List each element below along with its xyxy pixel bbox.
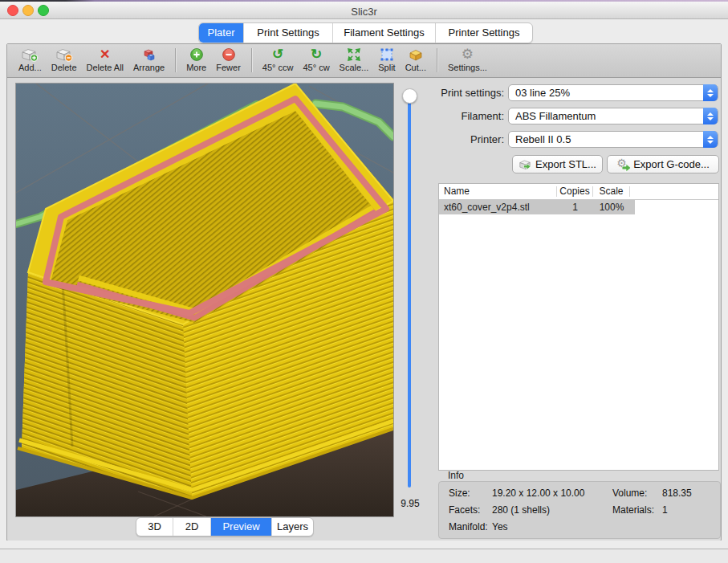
gear-icon: ⚙ [462, 47, 474, 63]
layer-slider-thumb[interactable] [402, 88, 417, 104]
printer-select[interactable]: Rebell II 0.5 [508, 131, 718, 148]
delete-button[interactable]: Delete [47, 44, 82, 72]
cell-scale: 100% [593, 202, 630, 213]
rotate-cw-button[interactable]: ↻ 45° cw [298, 44, 334, 72]
3d-viewport[interactable] [15, 83, 394, 517]
column-header-scale[interactable]: Scale [593, 186, 630, 197]
volume-value: 818.35 [662, 488, 692, 499]
window-title: Slic3r [0, 6, 728, 18]
tab-layers[interactable]: Layers [272, 518, 313, 536]
stepper-icon [703, 108, 718, 124]
export-gcode-label: Export G-code... [633, 158, 710, 170]
tab-printer-settings[interactable]: Printer Settings [436, 23, 532, 43]
rotate-ccw-button[interactable]: ↺ 45° ccw [258, 44, 299, 72]
printer-label: Printer: [438, 133, 504, 145]
package-remove-icon [55, 47, 73, 63]
toolbar-separator [251, 48, 252, 72]
delete-all-label: Delete All [87, 63, 124, 72]
titlebar: Slic3r [0, 2, 728, 19]
split-selection-icon [380, 47, 394, 63]
printer-value: Rebell II 0.5 [515, 133, 571, 145]
size-value: 19.20 x 12.00 x 10.00 [492, 488, 584, 499]
info-group: Size: 19.20 x 12.00 x 10.00 Volume: 818.… [438, 481, 721, 539]
tab-2d[interactable]: 2D [173, 518, 211, 536]
arrange-button[interactable]: Arrange [128, 44, 169, 72]
delete-label: Delete [51, 63, 77, 72]
cut-button[interactable]: Cut... [401, 44, 431, 72]
minus-circle-icon [222, 47, 236, 63]
facets-label: Facets: [449, 504, 480, 516]
manifold-label: Manifold: [449, 521, 488, 532]
toolbar-separator [437, 48, 437, 72]
export-stl-button[interactable]: Export STL... [512, 155, 603, 173]
facets-value: 280 (1 shells) [492, 504, 550, 516]
cubes-icon [141, 47, 157, 63]
stepper-icon [703, 131, 718, 148]
column-header-name[interactable]: Name [439, 186, 557, 197]
settings-button[interactable]: ⚙ Settings... [443, 44, 492, 72]
add-button[interactable]: Add... [14, 44, 47, 72]
main-tab-bar: Plater Print Settings Filament Settings … [198, 22, 533, 43]
print-settings-select[interactable]: 03 line 25% [508, 84, 718, 101]
rotate-ccw-label: 45° ccw [262, 63, 294, 72]
scale-arrows-icon [347, 47, 361, 63]
manifold-value: Yes [492, 521, 508, 532]
add-label: Add... [18, 63, 42, 72]
filament-value: ABS Fillamentum [515, 110, 596, 122]
fewer-button[interactable]: Fewer [211, 44, 246, 72]
split-button[interactable]: Split [373, 44, 400, 72]
stepper-icon [703, 84, 718, 101]
print-settings-value: 03 line 25% [515, 87, 570, 99]
tab-filament-settings[interactable]: Filament Settings [333, 23, 436, 43]
cut-label: Cut... [405, 63, 426, 72]
layer-height-value: 9.95 [397, 498, 423, 509]
filament-select[interactable]: ABS Fillamentum [508, 108, 718, 124]
package-export-icon [519, 159, 531, 170]
rotate-ccw-icon: ↺ [272, 47, 283, 63]
cell-name: xt60_cover_v2p4.stl [439, 202, 557, 213]
plus-circle-icon [189, 47, 204, 63]
gear-export-icon: ⚙ [616, 158, 629, 171]
tab-print-settings[interactable]: Print Settings [244, 23, 333, 43]
rotate-cw-icon: ↻ [311, 47, 322, 63]
info-group-title: Info [448, 470, 464, 481]
object-table: Name Copies Scale xt60_cover_v2p4.stl 1 … [438, 183, 719, 471]
split-label: Split [378, 63, 395, 72]
volume-label: Volume: [612, 488, 647, 499]
settings-label: Settings... [448, 63, 487, 72]
scale-button[interactable]: Scale... [335, 44, 374, 72]
more-button[interactable]: More [181, 44, 211, 72]
delete-all-button[interactable]: ✕ Delete All [82, 44, 128, 72]
column-header-copies[interactable]: Copies [557, 186, 593, 197]
size-label: Size: [449, 488, 470, 499]
tab-plater[interactable]: Plater [199, 23, 244, 43]
export-stl-label: Export STL... [535, 158, 596, 170]
export-gcode-button[interactable]: ⚙ Export G-code... [607, 155, 719, 173]
toolbar-separator [175, 48, 176, 72]
filament-label: Filament: [438, 110, 504, 122]
3d-preview-canvas[interactable] [16, 84, 393, 516]
toolbar: Add... Delete ✕ Delete All [7, 44, 721, 78]
plater-panel: Add... Delete ✕ Delete All [6, 43, 722, 541]
tab-3d[interactable]: 3D [136, 518, 173, 536]
print-settings-label: Print settings: [438, 87, 504, 99]
view-mode-tabs: 3D 2D Preview Layers [136, 517, 314, 536]
cut-box-icon [408, 47, 424, 63]
more-label: More [186, 63, 206, 72]
arrange-label: Arrange [133, 63, 165, 72]
scale-label: Scale... [340, 63, 369, 72]
column-header-spacer [630, 186, 718, 197]
package-add-icon [21, 47, 39, 63]
materials-value: 1 [662, 504, 668, 516]
window-margin [0, 541, 728, 549]
fewer-label: Fewer [216, 63, 241, 72]
tab-preview[interactable]: Preview [211, 518, 272, 536]
table-row[interactable]: xt60_cover_v2p4.stl 1 100% [439, 200, 635, 214]
table-header-row: Name Copies Scale [439, 184, 718, 200]
layer-slider-track[interactable] [408, 91, 411, 488]
cell-copies: 1 [557, 202, 593, 213]
red-x-icon: ✕ [100, 47, 110, 63]
status-bar [0, 549, 728, 563]
materials-label: Materials: [612, 504, 654, 516]
rotate-cw-label: 45° cw [303, 63, 329, 72]
